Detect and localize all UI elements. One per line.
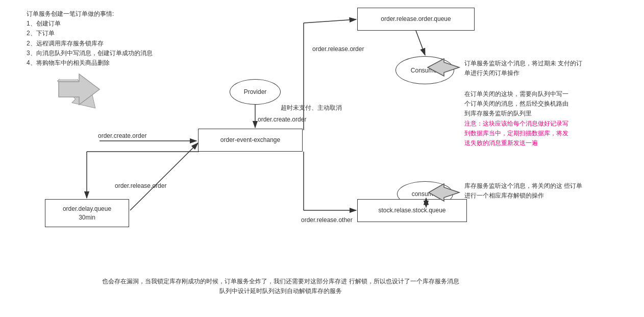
stock-release-stock-queue-box: stock.relase.stock.queue [357, 199, 467, 222]
order-event-exchange-box: order-event-exchange [198, 129, 303, 152]
note-bottom-right: 库存服务监听这个消息，将关闭的这 些订单进行一个相应库存解锁的操作 [464, 181, 587, 201]
note-top-right: 订单服务监听这个消息，将过期未 支付的订单进行关闭订单操作 [464, 59, 587, 78]
intro-text: 订单服务创建一笔订单做的事情: 1、创建订单 2、下订单 2、远程调用库存服务锁… [27, 9, 153, 68]
svg-text:order.release.order: order.release.order [115, 182, 166, 189]
order-delay-queue-box: order.delay.queue 30min [45, 199, 129, 227]
svg-text:order.create.order: order.create.order [258, 116, 306, 123]
provider-ellipse: Provider [230, 79, 281, 105]
svg-text:超时未支付、主动取消: 超时未支付、主动取消 [281, 104, 342, 111]
svg-line-11 [304, 19, 356, 23]
svg-text:order.release.other: order.release.other [301, 216, 353, 224]
svg-text:order.release.order: order.release.order [312, 45, 364, 53]
svg-text:order.create.order: order.create.order [98, 132, 146, 139]
footer-note: 也会存在漏洞，当我锁定库存刚成功的时候，订单服务全炸了，我们还需要对这部分库存进… [102, 277, 459, 296]
consumer-top-ellipse: Consumer [395, 56, 454, 84]
svg-line-18 [130, 143, 198, 210]
page-container: 订单服务创建一笔订单做的事情: 1、创建订单 2、下订单 2、远程调用库存服务锁… [0, 0, 644, 317]
note-middle-right: 在订单关闭的这块，需要向队列中写一 个订单关闭的消息，然后经交换机路由 到库存服… [464, 89, 568, 148]
svg-line-12 [416, 31, 425, 55]
decorative-arrow [56, 79, 102, 127]
svg-marker-0 [56, 79, 102, 117]
order-release-order-queue-box: order.release.order.queue [357, 8, 475, 31]
